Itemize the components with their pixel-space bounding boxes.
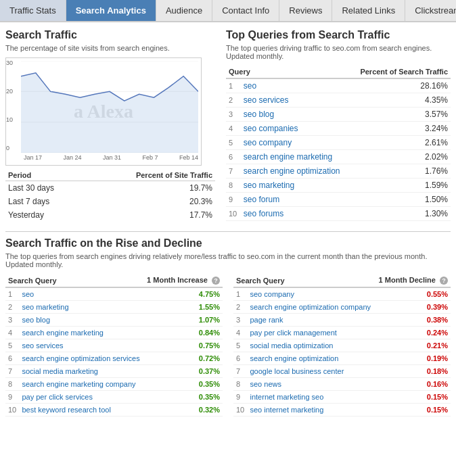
query-link[interactable]: seo companies xyxy=(244,124,298,133)
query-link[interactable]: seo internet marketing xyxy=(250,406,323,414)
query-link[interactable]: search engine marketing company xyxy=(22,380,135,388)
table-row: 8 seo news 0.16% xyxy=(233,378,451,391)
query-link[interactable]: seo marketing xyxy=(22,303,68,311)
query-link[interactable]: social media optimization xyxy=(250,341,333,350)
row-num: 6 xyxy=(226,150,241,164)
query-link[interactable]: search engine optimization xyxy=(244,166,340,176)
query-link[interactable]: seo company xyxy=(244,138,292,147)
decline-help-icon[interactable]: ? xyxy=(440,277,448,285)
percent-col-header: Percent of Site Traffic xyxy=(87,170,215,181)
query-cell: search engine optimization services xyxy=(19,352,143,365)
query-link[interactable]: seo news xyxy=(250,380,281,388)
query-cell: seo xyxy=(241,78,350,93)
search-traffic-chart: a Alexa 30 20 10 0 Jan 17 Jan 24 Jan 31 … xyxy=(5,57,202,166)
top-queries-section: Top Queries from Search Traffic The top … xyxy=(226,29,451,222)
query-cell: page rank xyxy=(247,314,375,327)
query-link[interactable]: seo blog xyxy=(244,110,274,119)
query-link[interactable]: seo blog xyxy=(22,316,50,324)
decline-table: Search Query 1 Month Decline ? 1 seo com… xyxy=(233,274,451,416)
tab-clickstream[interactable]: Clickstream xyxy=(405,0,456,21)
table-row: 7 search engine optimization 1.76% xyxy=(226,164,451,178)
table-row: 8 seo marketing 1.59% xyxy=(226,178,451,193)
table-row: 10 seo internet marketing 0.15% xyxy=(233,404,451,416)
top-queries-subtitle: The top queries driving traffic to seo.c… xyxy=(226,44,451,60)
row-num: 7 xyxy=(5,365,19,378)
query-link[interactable]: page rank xyxy=(250,316,283,324)
query-link[interactable]: search engine marketing xyxy=(244,152,332,162)
query-link[interactable]: seo services xyxy=(244,95,289,105)
increase-help-icon[interactable]: ? xyxy=(212,277,220,285)
row-num: 7 xyxy=(226,164,241,178)
row-num: 3 xyxy=(5,314,19,327)
query-link[interactable]: seo forum xyxy=(244,195,279,204)
row-num: 10 xyxy=(233,404,247,416)
query-cell: seo blog xyxy=(19,314,143,327)
query-link[interactable]: seo forums xyxy=(244,209,283,218)
query-link[interactable]: search engine optimization company xyxy=(250,303,371,311)
query-cell: seo marketing xyxy=(19,301,143,314)
query-cell: seo companies xyxy=(241,122,350,136)
table-row: 5 seo services 0.75% xyxy=(5,339,223,352)
tab-contact-info[interactable]: Contact Info xyxy=(212,0,279,21)
percent-cell: 1.59% xyxy=(350,178,451,193)
table-row: 6 search engine optimization services 0.… xyxy=(5,352,223,365)
value-cell: 0.24% xyxy=(375,327,451,339)
period-stats-table: Period Percent of Site Traffic Last 30 d… xyxy=(5,170,215,222)
tab-related-links[interactable]: Related Links xyxy=(332,0,405,21)
tab-traffic-stats[interactable]: Traffic Stats xyxy=(0,0,66,21)
value-cell: 0.39% xyxy=(375,301,451,314)
value-cell: 0.55% xyxy=(375,287,451,301)
value-cell: 0.72% xyxy=(143,352,223,365)
value-cell: 0.16% xyxy=(375,378,451,391)
tab-search-analytics[interactable]: Search Analytics xyxy=(66,0,156,21)
query-link[interactable]: seo xyxy=(244,81,256,91)
query-col-header: Query xyxy=(226,66,350,78)
row-num: 6 xyxy=(233,352,247,365)
period-cell: Last 30 days xyxy=(5,181,87,195)
table-row: 3 seo blog 3.57% xyxy=(226,108,451,122)
row-num: 10 xyxy=(5,404,19,416)
query-link[interactable]: search engine optimization xyxy=(250,354,338,362)
percent-cell: 1.30% xyxy=(350,207,451,221)
rise-decline-title: Search Traffic on the Rise and Decline xyxy=(5,237,451,249)
query-cell: seo company xyxy=(247,287,375,301)
query-cell: internet marketing seo xyxy=(247,391,375,404)
query-link[interactable]: seo marketing xyxy=(244,181,294,190)
query-link[interactable]: internet marketing seo xyxy=(250,393,323,401)
tab-reviews[interactable]: Reviews xyxy=(279,0,332,21)
query-link[interactable]: search engine optimization services xyxy=(22,354,139,362)
period-col-header: Period xyxy=(5,170,87,181)
table-row: 6 search engine optimization 0.19% xyxy=(233,352,451,365)
row-num: 1 xyxy=(5,287,19,301)
row-num: 8 xyxy=(5,378,19,391)
increase-col: Search Query 1 Month Increase ? 1 seo 4.… xyxy=(5,274,223,416)
query-cell: search engine optimization xyxy=(247,352,375,365)
table-row: 3 seo blog 1.07% xyxy=(5,314,223,327)
query-link[interactable]: seo company xyxy=(250,290,294,298)
row-num: 5 xyxy=(233,339,247,352)
row-num: 1 xyxy=(226,78,241,93)
query-link[interactable]: best keyword research tool xyxy=(22,406,110,414)
query-link[interactable]: search engine marketing xyxy=(22,329,103,337)
query-link[interactable]: social media marketing xyxy=(22,367,98,375)
search-traffic-section: Search Traffic The percentage of site vi… xyxy=(5,29,215,222)
query-link[interactable]: google local business center xyxy=(250,367,344,375)
query-cell: seo internet marketing xyxy=(247,404,375,416)
percent-cell: 28.16% xyxy=(350,78,451,93)
tab-audience[interactable]: Audience xyxy=(156,0,212,21)
chart-line-area xyxy=(21,61,198,153)
query-cell: seo company xyxy=(241,136,350,150)
query-link[interactable]: pay per click management xyxy=(250,329,336,337)
row-num: 3 xyxy=(226,108,241,122)
query-link[interactable]: pay per click services xyxy=(22,393,93,401)
search-traffic-title: Search Traffic xyxy=(5,29,215,41)
table-row: 1 seo 28.16% xyxy=(226,78,451,93)
value-cell: 0.18% xyxy=(375,365,451,378)
increase-query-header: Search Query xyxy=(5,274,143,287)
increase-value-header: 1 Month Increase ? xyxy=(143,274,223,287)
query-link[interactable]: seo services xyxy=(22,341,63,350)
value-cell: 1.07% xyxy=(143,314,223,327)
table-row: 10 best keyword research tool 0.32% xyxy=(5,404,223,416)
table-row: 5 seo company 2.61% xyxy=(226,136,451,150)
query-link[interactable]: seo xyxy=(22,290,34,298)
